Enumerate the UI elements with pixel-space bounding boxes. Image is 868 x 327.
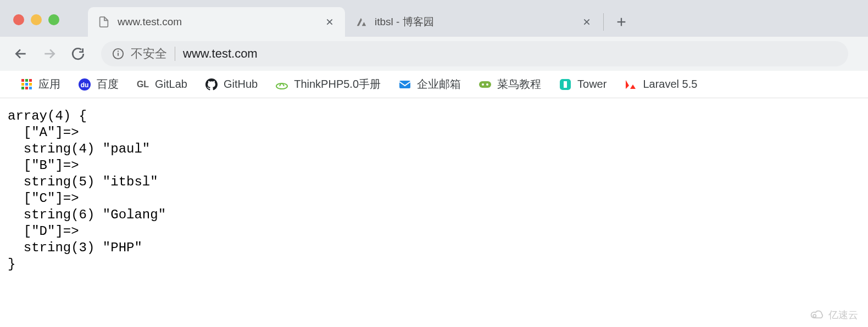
apps-icon [20, 78, 33, 91]
tab-inactive[interactable]: itbsl - 博客园 [345, 7, 602, 37]
bookmark-thinkphp[interactable]: ThinkPHP5.0手册 [269, 75, 387, 94]
bookmark-baidu[interactable]: du 百度 [71, 75, 125, 94]
tabs-container: www.test.com itbsl - 博客园 [88, 7, 633, 37]
laravel-icon [624, 78, 637, 91]
bookmark-laravel[interactable]: Laravel 5.5 [617, 76, 704, 93]
mail-icon [398, 78, 411, 91]
url-text: www.test.com [183, 47, 258, 61]
baidu-icon: du [78, 78, 91, 91]
tower-icon [559, 78, 572, 91]
svg-rect-14 [399, 81, 410, 88]
security-label: 不安全 [131, 46, 167, 62]
tab-title: www.test.com [118, 16, 324, 28]
window-maximize-button[interactable] [48, 14, 59, 25]
bookmark-label: 百度 [97, 77, 119, 92]
address-separator [175, 47, 175, 61]
watermark-text: 亿速云 [828, 308, 858, 322]
svg-point-17 [486, 83, 488, 86]
window-close-button[interactable] [13, 14, 24, 25]
bookmark-label: GitHub [224, 78, 258, 91]
github-icon [205, 78, 218, 91]
site-icon [355, 16, 367, 28]
bookmark-gitlab[interactable]: GL GitLab [130, 76, 194, 93]
reload-button[interactable] [66, 42, 90, 66]
thinkphp-icon [275, 78, 288, 91]
bookmark-label: GitLab [155, 78, 187, 91]
gitlab-icon: GL [136, 78, 149, 91]
back-button[interactable] [9, 42, 33, 66]
bookmark-label: 企业邮箱 [417, 77, 461, 92]
svg-point-16 [482, 83, 484, 86]
svg-rect-15 [479, 81, 491, 88]
new-tab-button[interactable] [609, 10, 633, 34]
bookmarks-bar: 应用 du 百度 GL GitLab GitHub ThinkPHP5.0手册 … [0, 71, 868, 98]
bookmark-label: 应用 [38, 77, 60, 92]
runoob-icon [478, 78, 492, 91]
page-body-content: array(4) { ["A"]=> string(4) "paul" ["B"… [0, 98, 868, 283]
bookmark-mail[interactable]: 企业邮箱 [392, 75, 468, 94]
bookmark-label: 菜鸟教程 [497, 77, 541, 92]
close-icon[interactable] [324, 16, 335, 27]
svg-point-13 [276, 83, 287, 89]
traffic-lights [13, 14, 59, 25]
tab-bar: www.test.com itbsl - 博客园 [0, 0, 868, 37]
bookmark-tower[interactable]: Tower [552, 76, 613, 93]
bookmark-apps[interactable]: 应用 [13, 75, 67, 94]
address-bar[interactable]: 不安全 www.test.com [101, 41, 848, 66]
bookmark-label: Tower [577, 78, 607, 91]
info-icon[interactable] [112, 48, 124, 60]
bookmark-label: ThinkPHP5.0手册 [294, 77, 381, 92]
svg-rect-19 [564, 81, 567, 88]
bookmark-label: Laravel 5.5 [643, 78, 697, 91]
window-minimize-button[interactable] [31, 14, 42, 25]
toolbar: 不安全 www.test.com [0, 37, 868, 71]
svg-point-10 [118, 50, 119, 52]
forward-button[interactable] [37, 42, 62, 66]
tab-active[interactable]: www.test.com [88, 7, 345, 37]
file-icon [98, 16, 110, 28]
close-icon[interactable] [581, 16, 592, 27]
bookmark-github[interactable]: GitHub [198, 76, 264, 93]
tab-separator [603, 13, 604, 31]
svg-point-20 [813, 314, 816, 317]
tab-title: itbsl - 博客园 [375, 15, 581, 29]
svg-text:du: du [81, 81, 89, 89]
watermark: 亿速云 [810, 308, 858, 322]
bookmark-runoob[interactable]: 菜鸟教程 [472, 75, 548, 94]
